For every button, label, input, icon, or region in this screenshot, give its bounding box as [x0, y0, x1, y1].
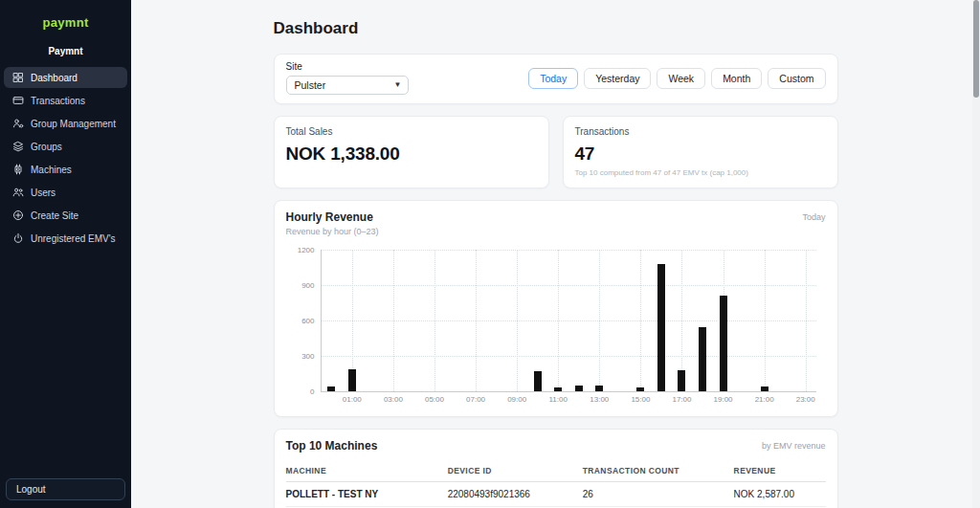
page-title: Dashboard	[274, 19, 838, 38]
range-today-button[interactable]: Today	[528, 68, 578, 89]
machines-table-body: POLLETT - TEST NY22080493f902136626NOK 2…	[286, 482, 826, 508]
sidebar-item-label: Machines	[31, 165, 72, 175]
gridline	[806, 250, 807, 391]
gridline	[558, 250, 559, 391]
filter-card: Site Pulster ▼ TodayYesterdayWeekMonthCu…	[274, 54, 838, 104]
x-tick-label: 17:00	[672, 395, 691, 404]
gridline	[640, 250, 641, 391]
sidebar-item-unregistered-emv-s[interactable]: Unregistered EMV's	[4, 228, 127, 249]
sidebar-item-label: Groups	[31, 142, 62, 152]
bar	[761, 387, 768, 391]
chart-range-label: Today	[802, 212, 825, 222]
sidebar-item-group-management[interactable]: Group Management	[4, 113, 127, 134]
sidebar-item-users[interactable]: Users	[4, 182, 127, 203]
range-week-button[interactable]: Week	[657, 68, 705, 89]
x-tick-label: 23:00	[796, 395, 815, 404]
card-icon	[12, 95, 24, 106]
machines-header: Top 10 Machines by EMV revenue	[286, 439, 826, 453]
stat-label: Transactions	[575, 126, 826, 137]
gridline	[599, 250, 600, 391]
machines-table: MACHINEDEVICE IDTRANSACTION COUNTREVENUE…	[286, 461, 826, 508]
content-column: Dashboard Site Pulster ▼ TodayYesterdayW…	[274, 0, 838, 508]
logout-button[interactable]: Logout	[6, 478, 125, 500]
bar	[595, 386, 603, 391]
stats-row: Total Sales NOK 1,338.00 Transactions 47…	[274, 116, 838, 188]
gridline	[322, 320, 816, 321]
x-tick-label: 07:00	[466, 395, 485, 404]
stat-label: Total Sales	[286, 126, 537, 137]
bar	[720, 296, 727, 391]
x-tick-label: 21:00	[755, 395, 774, 404]
site-select[interactable]: Pulster ▼	[286, 76, 409, 95]
gridline	[322, 356, 816, 357]
column-header: DEVICE ID	[448, 461, 583, 482]
bar	[534, 371, 542, 391]
machines-note: by EMV revenue	[762, 441, 826, 451]
chart-subtitle: Revenue by hour (0–23)	[286, 227, 379, 236]
gridline	[434, 250, 435, 391]
machines-title: Top 10 Machines	[286, 439, 378, 453]
bar	[657, 264, 665, 391]
chart-header: Hourly Revenue Revenue by hour (0–23) To…	[286, 210, 826, 236]
machines-table-head: MACHINEDEVICE IDTRANSACTION COUNTREVENUE	[286, 461, 826, 482]
x-tick-label: 01:00	[343, 395, 362, 404]
cpu-icon	[12, 164, 24, 175]
gridline	[765, 250, 766, 391]
top-machines-card: Top 10 Machines by EMV revenue MACHINEDE…	[274, 429, 838, 508]
sidebar-item-create-site[interactable]: Create Site	[4, 205, 127, 226]
chart-plot: 0300600900120001:0003:0005:0007:0009:001…	[321, 250, 816, 392]
chart-title: Hourly Revenue	[286, 210, 379, 224]
x-tick-label: 15:00	[631, 395, 650, 404]
transactions-value: 47	[575, 144, 826, 165]
sidebar-item-label: Transactions	[31, 96, 85, 106]
column-header: MACHINE	[286, 461, 448, 482]
x-tick-label: 19:00	[714, 395, 733, 404]
cell: 26	[583, 482, 734, 507]
column-header: REVENUE	[734, 461, 826, 482]
gridline	[393, 250, 394, 391]
sidebar-item-label: Create Site	[31, 210, 78, 221]
range-month-button[interactable]: Month	[711, 68, 762, 89]
app-logo: paymnt	[0, 15, 131, 30]
sidebar-item-dashboard[interactable]: Dashboard	[4, 67, 127, 88]
range-custom-button[interactable]: Custom	[768, 68, 825, 89]
bar	[575, 386, 583, 391]
chart-header-left: Hourly Revenue Revenue by hour (0–23)	[286, 210, 379, 236]
person-gear-icon	[12, 118, 24, 129]
cell: 22080493f9021366	[448, 482, 583, 507]
site-label: Site	[286, 61, 409, 72]
sidebar-item-label: Unregistered EMV's	[31, 233, 116, 244]
transactions-card: Transactions 47 Top 10 computed from 47 …	[563, 116, 838, 188]
hourly-revenue-chart: 0300600900120001:0003:0005:0007:0009:001…	[286, 244, 826, 409]
grid-icon	[12, 72, 24, 83]
site-select-control[interactable]: Pulster	[286, 76, 409, 95]
scrollbar-thumb[interactable]	[973, 0, 979, 98]
gridline	[517, 250, 518, 391]
site-group: Site Pulster ▼	[286, 61, 409, 95]
bar	[554, 387, 562, 391]
plus-circle-icon	[12, 210, 24, 221]
table-header-row: MACHINEDEVICE IDTRANSACTION COUNTREVENUE	[286, 461, 826, 482]
y-tick-label: 1200	[298, 246, 315, 254]
sidebar-item-label: Group Management	[31, 119, 116, 129]
bar	[678, 370, 685, 391]
sidebar-item-groups[interactable]: Groups	[4, 136, 127, 157]
date-range-group: TodayYesterdayWeekMonthCustom	[528, 68, 825, 89]
x-tick-label: 05:00	[425, 395, 444, 404]
scrollbar[interactable]	[972, 0, 980, 508]
x-tick-label: 11:00	[549, 395, 568, 404]
x-tick-label: 13:00	[590, 395, 609, 404]
sidebar-item-label: Dashboard	[31, 73, 78, 83]
total-sales-card: Total Sales NOK 1,338.00	[274, 116, 549, 188]
table-row[interactable]: POLLETT - TEST NY22080493f902136626NOK 2…	[286, 482, 826, 507]
cell: POLLETT - TEST NY	[286, 482, 448, 507]
main-content: Dashboard Site Pulster ▼ TodayYesterdayW…	[131, 0, 980, 508]
sidebar-nav: DashboardTransactionsGroup ManagementGro…	[0, 66, 131, 250]
bar	[327, 387, 335, 391]
people-icon	[12, 187, 24, 198]
gridline	[476, 250, 477, 391]
layers-icon	[12, 141, 24, 152]
sidebar-item-machines[interactable]: Machines	[4, 159, 127, 180]
range-yesterday-button[interactable]: Yesterday	[584, 68, 651, 89]
sidebar-item-transactions[interactable]: Transactions	[4, 90, 127, 111]
